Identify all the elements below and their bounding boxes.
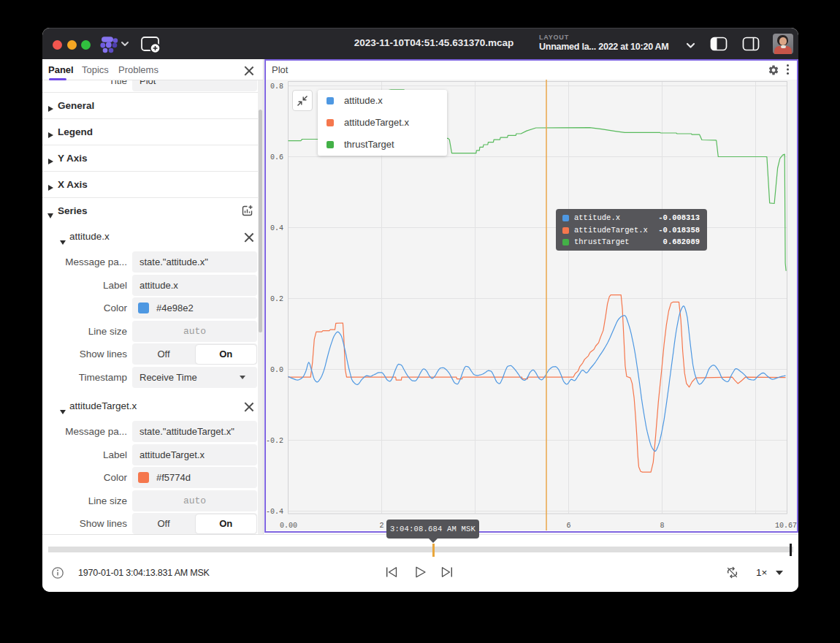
svg-text:0.6: 0.6 [270, 153, 283, 161]
svg-text:0.4: 0.4 [270, 224, 283, 232]
svg-text:0.00: 0.00 [280, 522, 297, 530]
svg-text:8: 8 [660, 522, 664, 530]
svg-text:0.2: 0.2 [270, 295, 283, 303]
svg-text:0.0: 0.0 [270, 366, 283, 374]
svg-text:-0.2: -0.2 [266, 437, 283, 445]
svg-text:10.67: 10.67 [775, 522, 797, 530]
svg-text:-0.4: -0.4 [266, 508, 283, 516]
svg-text:0.8: 0.8 [270, 83, 283, 91]
svg-text:6: 6 [566, 522, 570, 530]
svg-text:2: 2 [379, 522, 383, 530]
